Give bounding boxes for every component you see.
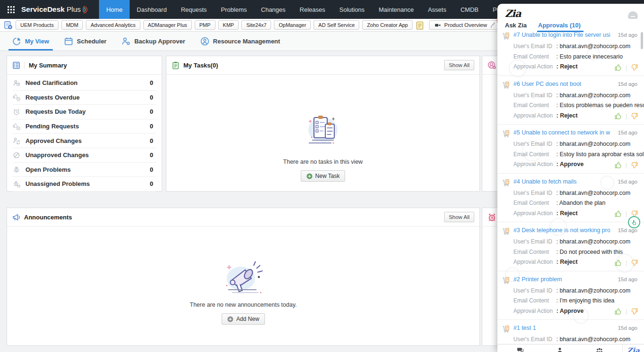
approval-action-value: Approve <box>556 161 584 168</box>
view-tab-label: Scheduler <box>77 38 107 45</box>
summary-row[interactable]: Unapproved Changes 0 <box>13 148 156 163</box>
view-tab[interactable]: Scheduler <box>57 32 114 50</box>
summary-list-icon <box>12 61 20 69</box>
video-camera-icon <box>434 22 441 28</box>
product-link-button[interactable]: Site24x7 <box>241 20 271 30</box>
release-notes-icon[interactable] <box>415 21 424 30</box>
product-link-button[interactable]: UEM Products <box>16 20 58 30</box>
tab-ask-zia[interactable]: Ask Zia <box>505 22 527 29</box>
approval-request-link[interactable]: #5 Unable to connect to network in wi... <box>513 129 610 137</box>
summary-row-count: 0 <box>150 94 153 101</box>
summary-row[interactable]: Pending Requests 0 <box>13 119 156 134</box>
approval-request-link[interactable]: #2 Printer problem <box>513 276 562 284</box>
product-overview-button[interactable]: Product Overview 7 <box>429 20 501 30</box>
nav-item[interactable]: CMDB <box>454 0 486 19</box>
summary-row-count: 0 <box>150 108 153 115</box>
servicedesk-plus-app: ServiceDesk Plus Home Dashboard Requests… <box>0 0 644 352</box>
email-content-row: Email ContentI'm enjoying this idea <box>513 295 637 306</box>
product-link-button[interactable]: MDM <box>61 20 83 30</box>
thumbs-up-icon[interactable] <box>614 64 622 71</box>
summary-row-count: 0 <box>150 137 153 144</box>
pin-icon[interactable] <box>490 22 496 28</box>
summary-row[interactable]: Unassigned Problems 0 <box>13 177 156 192</box>
summary-row[interactable]: Requests Due Today 0 <box>13 105 156 119</box>
thumb-clock-icon <box>13 93 20 101</box>
nav-item[interactable]: Maintenance <box>372 0 421 19</box>
zia-footer-item[interactable]: Chats <box>503 347 537 352</box>
thumbs-down-icon[interactable] <box>630 64 638 71</box>
new-task-button[interactable]: New Task <box>301 170 346 182</box>
approval-request-link[interactable]: #7 Unable to login into File server usi.… <box>513 31 610 39</box>
approval-card: #3 Desk telephone is not working pro... … <box>497 222 644 271</box>
email-id-value: bharat.avn@zohocorp.com <box>556 43 630 50</box>
nav-item[interactable]: Releases <box>293 0 332 19</box>
thumbs-down-icon[interactable] <box>630 259 638 267</box>
summary-row[interactable]: Approved Changes 0 <box>13 134 156 148</box>
tasks-show-all-button[interactable]: Show All <box>444 60 474 70</box>
summary-row[interactable]: Open Problems 0 <box>13 163 156 177</box>
product-link-button[interactable]: Advanced Analytics <box>86 20 140 30</box>
apps-grid-icon[interactable] <box>8 6 15 13</box>
email-content-value: Abandon the plan <box>556 200 605 206</box>
add-document-icon[interactable] <box>4 21 13 30</box>
add-new-button[interactable]: Add New <box>222 313 265 325</box>
email-id-value: bharat.avn@zohocorp.com <box>556 92 630 99</box>
approval-request-link[interactable]: #3 Desk telephone is not working pro... <box>513 226 610 235</box>
thumbs-down-icon[interactable] <box>630 308 638 315</box>
approval-request-link[interactable]: #6 User PC does not boot <box>513 80 581 88</box>
thumbs-down-icon[interactable] <box>630 161 638 169</box>
product-links: UEM Products MDM Advanced Analytics ADMa… <box>16 20 413 30</box>
zia-footer-item[interactable]: Technician <box>543 347 577 352</box>
product-link-button[interactable]: AD Self Service <box>314 20 359 30</box>
approval-action-value: Reject <box>556 63 578 70</box>
approval-request-icon <box>502 179 510 187</box>
product-link-button[interactable]: OpManager <box>274 20 311 30</box>
view-tab[interactable]: Resource Management <box>193 32 288 50</box>
thumbs-down-icon[interactable] <box>630 112 638 120</box>
brand-name-light: Plus <box>66 5 81 14</box>
email-id-value: bharat.avn@zohocorp.com <box>556 190 630 196</box>
tab-approvals[interactable]: Approvals (10) <box>538 22 580 29</box>
nav-item[interactable]: Assets <box>421 0 454 19</box>
approval-timestamp: 15d ago <box>618 277 637 282</box>
thumbs-up-icon[interactable] <box>614 210 622 218</box>
thumbs-up-icon[interactable] <box>614 308 622 315</box>
summary-row[interactable]: Need Clarification 0 <box>13 76 156 91</box>
zia-footer-item[interactable]: Groups <box>583 347 617 352</box>
nav-item[interactable]: Requests <box>174 0 214 19</box>
nav-item[interactable]: Changes <box>254 0 293 19</box>
zia-footer-items: Chats Technician Groups <box>497 344 622 352</box>
summary-row[interactable]: Requests Overdue 0 <box>13 91 156 105</box>
email-id-value: bharat.avn@zohocorp.com <box>556 238 630 245</box>
view-tab[interactable]: My View <box>5 32 57 50</box>
nav-item[interactable]: Dashboard <box>130 0 174 19</box>
thumbs-up-icon[interactable] <box>614 259 622 267</box>
email-content-value: Esto parece innecesario <box>556 53 623 60</box>
product-link-button[interactable]: ADManager Plus <box>143 20 192 30</box>
email-id-row: User's Email IDbharat.avn@zohocorp.com <box>513 41 637 51</box>
zia-footer-logo[interactable]: Zia <box>622 344 644 352</box>
product-link-button[interactable]: PMP <box>195 20 215 30</box>
view-tab-label: My View <box>25 38 49 45</box>
nav-item[interactable]: Solutions <box>332 0 372 19</box>
nav-item[interactable]: Home <box>99 0 130 19</box>
approvals-scrollbar-thumb[interactable] <box>641 32 643 49</box>
product-link-button[interactable]: KMP <box>218 20 239 30</box>
thumbs-up-icon[interactable] <box>614 161 622 169</box>
summary-row-count: 0 <box>150 79 153 86</box>
brand-logo[interactable]: ServiceDesk Plus <box>21 5 89 14</box>
approval-request-link[interactable]: #1 test 1 <box>513 324 536 332</box>
product-link-button[interactable]: Zoho Creator App <box>362 20 413 30</box>
approval-request-link[interactable]: #4 Unable to fetch mails <box>513 178 577 186</box>
view-tab[interactable]: Backup Approver <box>114 32 193 50</box>
announcements-show-all-button[interactable]: Show All <box>444 212 474 222</box>
email-content-row: Email ContentEsto parece innecesario <box>513 51 637 62</box>
nav-item[interactable]: Problems <box>214 0 254 19</box>
thumbs-up-icon[interactable] <box>614 112 622 120</box>
my-tasks-header: My Tasks(0) Show All <box>166 56 479 75</box>
announcements-empty-text: There are no new announcements today. <box>190 302 297 308</box>
person-icon <box>556 347 564 352</box>
approval-request-icon <box>502 130 510 138</box>
tasks-empty-illustration <box>299 114 347 147</box>
view-tab-label: Backup Approver <box>134 38 185 45</box>
